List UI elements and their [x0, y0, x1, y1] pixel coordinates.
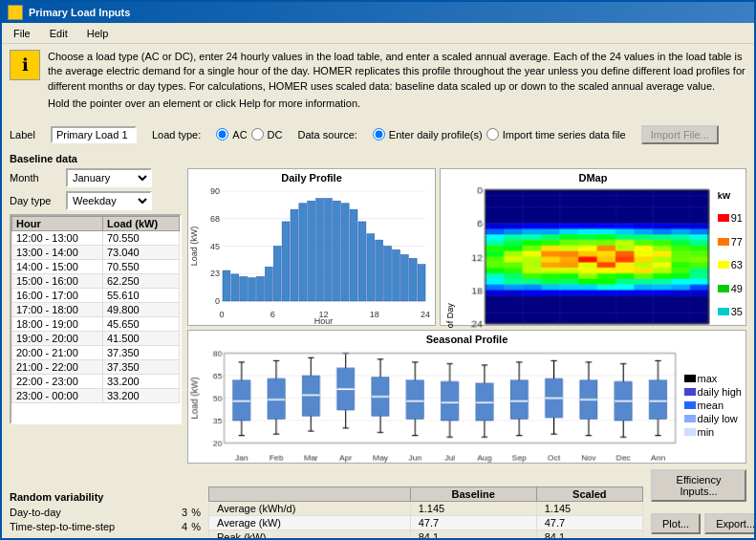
swatch-max: [684, 375, 696, 382]
day-to-day-label: Day-to-day: [10, 507, 155, 518]
swatch-mean: [684, 401, 696, 409]
main-window: ⚡ Primary Load Inputs File Edit Help ℹ C…: [0, 0, 756, 540]
random-variability: Random variability Day-to-day 3 % Time-s…: [10, 491, 201, 538]
stat-label: Peak (kW): [209, 529, 411, 538]
daytype-label: Day type: [10, 195, 62, 206]
daily-chart-title: Daily Profile: [188, 169, 435, 184]
info-text-1: Choose a load type (AC or DC), enter 24 …: [48, 50, 746, 94]
stats-row: Average (kW)47.747.7: [209, 515, 643, 529]
load-table-row: 12:00 - 13:0070.550: [12, 230, 180, 245]
load-table-row: 15:00 - 16:0062.250: [12, 273, 180, 288]
stat-scaled: 47.7: [536, 515, 642, 529]
dmap-y-axis: Hour of Day: [441, 184, 460, 349]
export-button[interactable]: Export...: [704, 513, 754, 534]
legend-daily-low: daily low: [684, 413, 742, 424]
right-panel: Daily Profile DMap Hour of Day: [187, 168, 746, 464]
colorbar-77: 77: [718, 236, 743, 248]
load-table-row: 17:00 - 18:0049.800: [12, 302, 180, 316]
label-label: Label: [10, 129, 35, 140]
stats-empty-header: [209, 486, 411, 501]
swatch-daily-high: [684, 388, 696, 396]
baseline-title: Baseline data: [10, 153, 746, 164]
hour-cell: 20:00 - 21:00: [12, 345, 103, 359]
stat-baseline: 47.7: [410, 515, 536, 529]
stats-scaled-header: Scaled: [536, 486, 642, 501]
hour-cell: 21:00 - 22:00: [12, 359, 103, 374]
import-ts-radio[interactable]: [486, 128, 499, 140]
load-cell: 41.500: [103, 331, 180, 345]
swatch-91: [718, 214, 729, 222]
load-cell: 37.350: [103, 359, 180, 374]
dmap-y-label: Hour of Day: [445, 184, 455, 349]
import-ts-label: Import time series data file: [503, 129, 626, 140]
stat-label: Average (kW): [209, 515, 411, 529]
legend-min: min: [684, 426, 742, 438]
ac-radio[interactable]: [216, 128, 228, 140]
scaled-row: Scaled annual average (kWh/d) (...): [10, 536, 201, 538]
stat-baseline: 84.1: [410, 529, 536, 538]
swatch-35: [718, 308, 729, 315]
load-table-row: 14:00 - 15:0070.550: [12, 259, 180, 273]
dc-radio[interactable]: [251, 128, 264, 140]
info-text: Choose a load type (AC or DC), enter 24 …: [48, 50, 746, 115]
daytype-select[interactable]: WeekdayWeekendAverage: [66, 191, 152, 210]
dmap-chart: DMap Hour of Day kW 91 77 63 49: [440, 168, 746, 326]
hour-cell: 12:00 - 13:00: [12, 230, 103, 245]
load-table-row: 23:00 - 00:0033.200: [12, 388, 180, 402]
load-cell: 49.800: [103, 302, 180, 316]
stat-baseline: 1.145: [410, 501, 536, 515]
swatch-49: [718, 285, 729, 292]
load-table-row: 18:00 - 19:0045.650: [12, 316, 180, 331]
load-cell: 33.200: [103, 374, 180, 388]
dmap-inner: Hour of Day kW 91 77 63 49 35 21: [441, 184, 745, 349]
title-bar: ⚡ Primary Load Inputs: [2, 2, 754, 23]
hour-cell: 19:00 - 20:00: [12, 331, 103, 345]
seasonal-inner: max daily high mean daily low min: [188, 345, 745, 465]
plot-button[interactable]: Plot...: [651, 513, 701, 534]
legend-daily-high: daily high: [684, 386, 742, 398]
dmap-canvas: [460, 184, 715, 349]
stats-row: Peak (kW)84.184.1: [209, 529, 643, 538]
colorbar-35: 35: [718, 306, 743, 317]
label-input[interactable]: [51, 126, 137, 143]
efficiency-inputs-button[interactable]: Efficiency Inputs...: [651, 469, 746, 502]
hour-cell: 23:00 - 00:00: [12, 388, 103, 402]
day-to-day-unit: %: [191, 507, 201, 518]
load-table-row: 20:00 - 21:0037.350: [12, 345, 180, 359]
swatch-77: [718, 238, 729, 246]
load-table-container[interactable]: Hour Load (kW) 12:00 - 13:0070.55013:00 …: [10, 214, 182, 424]
day-to-day-row: Day-to-day 3 %: [10, 507, 201, 518]
dc-label: DC: [268, 129, 283, 140]
load-cell: 73.040: [103, 245, 180, 259]
hour-cell: 22:00 - 23:00: [12, 374, 103, 388]
swatch-63: [718, 261, 729, 269]
hour-cell: 13:00 - 14:00: [12, 245, 103, 259]
stat-label: Average (kWh/d): [209, 501, 411, 515]
seasonal-chart-title: Seasonal Profile: [188, 331, 745, 345]
stats-row: Average (kWh/d)1.1451.145: [209, 501, 643, 515]
window-title: Primary Load Inputs: [29, 7, 130, 18]
load-table-row: 16:00 - 17:0055.610: [12, 288, 180, 302]
charts-row: Daily Profile DMap Hour of Day: [187, 168, 746, 326]
menu-edit[interactable]: Edit: [42, 26, 76, 41]
stats-table-container: Baseline Scaled Average (kWh/d)1.1451.14…: [208, 486, 643, 538]
load-cell: 55.610: [103, 288, 180, 302]
menu-help[interactable]: Help: [79, 26, 117, 41]
enter-daily-radio[interactable]: [373, 128, 385, 140]
menu-bar: File Edit Help: [2, 23, 754, 44]
daytype-row: Day type WeekdayWeekendAverage: [10, 191, 182, 210]
load-cell: 62.250: [103, 273, 180, 288]
stat-scaled: 1.145: [536, 501, 642, 515]
data-source-label: Data source:: [297, 129, 356, 140]
load-cell: 70.550: [103, 230, 180, 245]
month-select[interactable]: JanuaryFebruaryMarch AprilMayJune JulyAu…: [66, 168, 152, 187]
month-row: Month JanuaryFebruaryMarch AprilMayJune …: [10, 168, 182, 187]
import-file-button[interactable]: Import File...: [641, 125, 719, 144]
seasonal-canvas: [188, 345, 680, 465]
load-table-row: 13:00 - 14:0073.040: [12, 245, 180, 259]
swatch-daily-low: [684, 415, 696, 422]
info-box: ℹ Choose a load type (AC or DC), enter 2…: [10, 50, 746, 115]
scaled-label: Scaled annual average (kWh/d): [10, 536, 119, 538]
load-type-group: AC DC: [216, 128, 282, 140]
menu-file[interactable]: File: [6, 26, 38, 41]
